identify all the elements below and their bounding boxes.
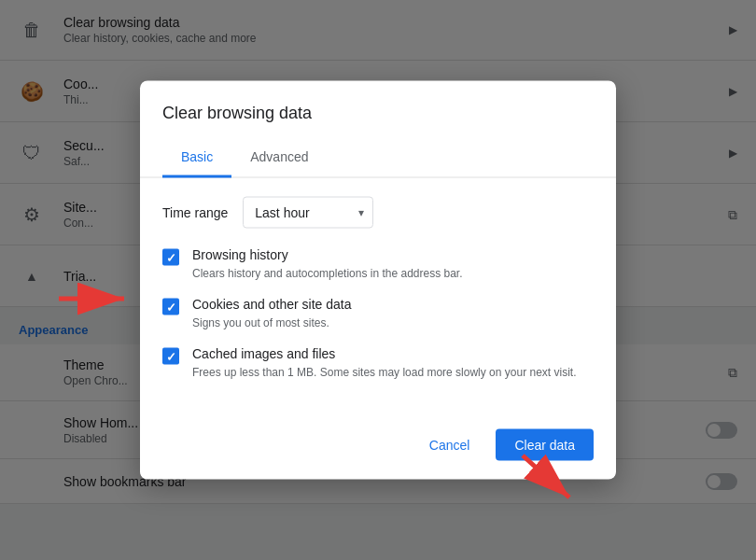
time-range-row: Time range Last hour Last 24 hours Last … [162,197,594,229]
svg-line-3 [523,455,569,497]
red-arrow-1 [54,271,138,327]
dialog-tabs: Basic Advanced [140,138,616,178]
checkbox-browsing-history-box[interactable]: ✓ [162,249,179,266]
dialog-content: Time range Last hour Last 24 hours Last … [140,178,616,414]
time-range-label: Time range [162,205,228,220]
tab-advanced[interactable]: Advanced [231,138,327,178]
clear-browsing-data-dialog: Clear browsing data Basic Advanced Time … [140,81,616,480]
checkbox-browsing-history: ✓ Browsing history Clears history and au… [162,247,594,282]
red-arrow-2 [513,446,588,511]
checkbox-label: Cookies and other site data [192,297,351,312]
checkbox-cookies-box[interactable]: ✓ [162,299,179,315]
time-range-select-wrapper: Last hour Last 24 hours Last 7 days Last… [243,197,373,229]
cancel-button[interactable]: Cancel [411,429,489,461]
checkbox-label: Browsing history [192,247,463,262]
checkmark-icon: ✓ [166,251,176,263]
dialog-title: Clear browsing data [140,81,616,138]
checkmark-icon: ✓ [166,350,176,362]
checkmark-icon: ✓ [166,301,176,313]
checkbox-description: Frees up less than 1 MB. Some sites may … [192,364,577,381]
checkbox-description: Signs you out of most sites. [192,315,351,331]
checkbox-cache: ✓ Cached images and files Frees up less … [162,346,594,381]
checkbox-cookies: ✓ Cookies and other site data Signs you … [162,297,594,331]
time-range-select[interactable]: Last hour Last 24 hours Last 7 days Last… [243,197,373,229]
checkbox-cookies-text: Cookies and other site data Signs you ou… [192,297,351,331]
checkbox-description: Clears history and autocompletions in th… [192,265,463,282]
checkbox-browsing-history-text: Browsing history Clears history and auto… [192,247,463,282]
tab-basic[interactable]: Basic [162,138,231,178]
checkbox-label: Cached images and files [192,346,577,361]
checkbox-cache-text: Cached images and files Frees up less th… [192,346,577,381]
checkbox-cache-box[interactable]: ✓ [162,348,179,365]
